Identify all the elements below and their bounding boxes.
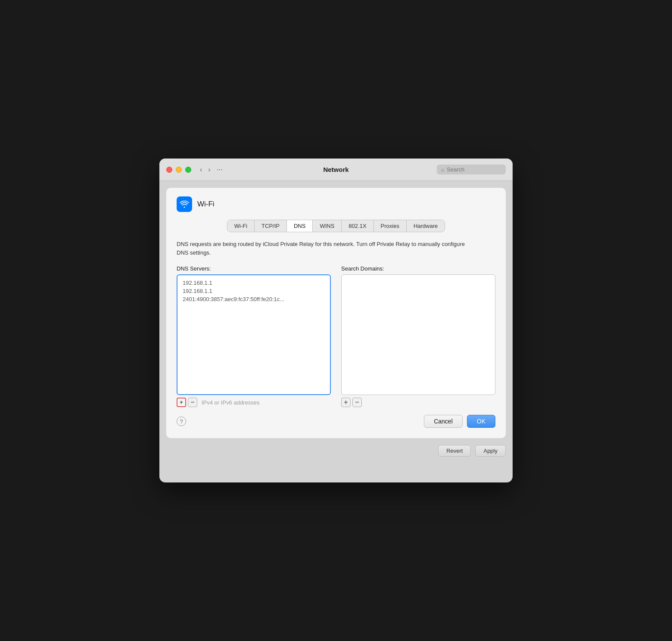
close-button[interactable]	[166, 167, 172, 173]
columns: DNS Servers: 192.168.1.1 192.168.1.1 240…	[177, 265, 495, 407]
dns-servers-list[interactable]: 192.168.1.1 192.168.1.1 2401:4900:3857:a…	[177, 274, 331, 395]
dns-servers-column: DNS Servers: 192.168.1.1 192.168.1.1 240…	[177, 265, 331, 407]
dns-servers-add-button[interactable]: +	[177, 398, 186, 407]
dns-servers-remove-button[interactable]: −	[188, 398, 197, 407]
search-domains-column: Search Domains: + −	[341, 265, 495, 407]
search-domains-label: Search Domains:	[341, 265, 495, 272]
wifi-title: Wi-Fi	[197, 200, 215, 208]
title-bar: ‹ › ⋯ Network ⌕	[159, 159, 513, 181]
search-input[interactable]	[447, 166, 498, 173]
bottom-bar: ? Cancel OK	[177, 415, 495, 428]
traffic-lights	[166, 167, 191, 173]
search-domains-list[interactable]	[341, 274, 495, 395]
tab-wifi[interactable]: Wi-Fi	[227, 220, 255, 232]
action-buttons: Cancel OK	[424, 415, 495, 428]
search-domains-remove-button[interactable]: −	[352, 398, 362, 407]
tabs-container: Wi-Fi TCP/IP DNS WINS 802.1X Proxies Har…	[227, 220, 445, 232]
list-item[interactable]: 192.168.1.1	[181, 279, 327, 287]
tab-wins[interactable]: WINS	[313, 220, 342, 232]
dns-placeholder: IPv4 or IPv6 addresses	[202, 399, 259, 406]
apply-button[interactable]: Apply	[475, 445, 506, 457]
info-text: DNS requests are being routed by iCloud …	[177, 240, 470, 257]
help-button[interactable]: ?	[177, 417, 186, 426]
dns-servers-btn-row: + − IPv4 or IPv6 addresses	[177, 398, 331, 407]
search-domains-add-button[interactable]: +	[341, 398, 351, 407]
tab-tcpip[interactable]: TCP/IP	[255, 220, 287, 232]
tab-dns[interactable]: DNS	[287, 220, 313, 232]
grid-icon: ⋯	[217, 166, 223, 173]
cancel-button[interactable]: Cancel	[424, 415, 463, 428]
maximize-button[interactable]	[185, 167, 191, 173]
search-domains-btn-row: + −	[341, 398, 495, 407]
wifi-icon	[177, 196, 192, 212]
dns-servers-label: DNS Servers:	[177, 265, 331, 272]
forward-button[interactable]: ›	[206, 165, 212, 174]
window: ‹ › ⋯ Network ⌕ Wi-Fi Wi-Fi	[159, 159, 513, 482]
search-icon: ⌕	[441, 166, 445, 173]
ok-button[interactable]: OK	[467, 415, 495, 428]
back-button[interactable]: ‹	[198, 165, 204, 174]
search-bar[interactable]: ⌕	[437, 165, 506, 174]
list-item[interactable]: 192.168.1.1	[181, 287, 327, 295]
minimize-button[interactable]	[176, 167, 182, 173]
tab-hardware[interactable]: Hardware	[407, 220, 445, 232]
revert-button[interactable]: Revert	[438, 445, 471, 457]
nav-buttons: ‹ ›	[198, 165, 212, 174]
window-title: Network	[323, 166, 348, 173]
system-buttons: Revert Apply	[159, 445, 513, 457]
main-content: Wi-Fi Wi-Fi TCP/IP DNS WINS 802.1X Proxi…	[166, 188, 506, 438]
tab-proxies[interactable]: Proxies	[374, 220, 407, 232]
wifi-header: Wi-Fi	[177, 196, 495, 212]
tab-8021x[interactable]: 802.1X	[342, 220, 373, 232]
list-item[interactable]: 2401:4900:3857:aec9:fc37:50ff:fe20:1c...	[181, 295, 327, 303]
